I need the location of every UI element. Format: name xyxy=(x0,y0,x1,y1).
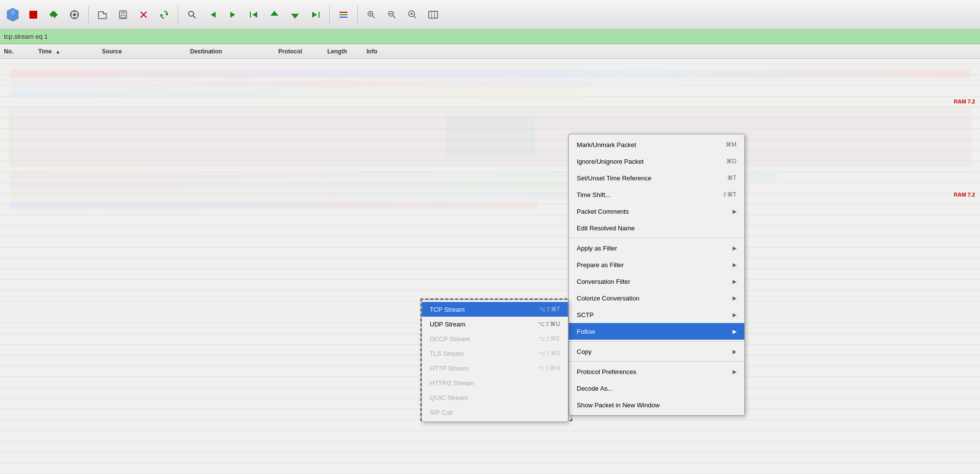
svg-rect-9 xyxy=(121,11,125,14)
follow-sip-label: SIP Call xyxy=(430,409,453,416)
stop-button[interactable] xyxy=(24,6,42,24)
follow-dccp-label: DCCP Stream xyxy=(430,335,470,343)
svg-marker-17 xyxy=(211,12,216,18)
follow-udp-stream[interactable]: UDP Stream ⌥⇧⌘U xyxy=(422,317,568,331)
filter-bar: tcp.stream eq 1 xyxy=(0,29,980,44)
sep4 xyxy=(357,6,358,24)
menu-timeshift-label: Time Shift... xyxy=(577,191,611,199)
menu-edit-resolved[interactable]: Edit Resolved Name xyxy=(569,220,744,236)
back-button[interactable] xyxy=(204,6,221,24)
menu-applyfilter-label: Apply as Filter xyxy=(577,245,617,252)
first-packet-button[interactable] xyxy=(245,6,263,24)
follow-tcp-label: TCP Stream xyxy=(430,306,465,313)
menu-copy[interactable]: Copy ▶ xyxy=(569,343,744,360)
col-header-no[interactable]: No. xyxy=(4,48,38,55)
zoom-out-button[interactable] xyxy=(383,6,401,24)
menu-ignore-unignore[interactable]: Ignore/Unignore Packet ⌘D xyxy=(569,153,744,170)
menu-timeshift-shortcut: ⇧⌘T xyxy=(722,191,736,198)
follow-sip-call[interactable]: SIP Call xyxy=(422,405,568,420)
follow-dccp-stream[interactable]: DCCP Stream ⌥⇧⌘E xyxy=(422,331,568,346)
follow-quic-stream[interactable]: QUIC Stream xyxy=(422,390,568,405)
menu-mark-unmark[interactable]: Mark/Unmark Packet ⌘M xyxy=(569,136,744,153)
follow-http-stream[interactable]: HTTP Stream ⌥⇧⌘H xyxy=(422,361,568,375)
follow-dccp-shortcut: ⌥⇧⌘E xyxy=(539,335,560,342)
sep-3 xyxy=(569,361,744,362)
menu-time-shift[interactable]: Time Shift... ⇧⌘T xyxy=(569,186,744,203)
menu-prepare-filter[interactable]: Prepare as Filter ▶ xyxy=(569,256,744,273)
col-header-protocol[interactable]: Protocol xyxy=(278,48,327,55)
menu-packet-comments[interactable]: Packet Comments ▶ xyxy=(569,203,744,220)
svg-rect-1 xyxy=(29,11,37,19)
svg-marker-22 xyxy=(291,14,299,19)
menu-show-in-new-window[interactable]: Show Packet in New Window xyxy=(569,397,744,413)
follow-http2-stream[interactable]: HTTP/2 Stream xyxy=(422,375,568,390)
next-packet-button[interactable] xyxy=(286,6,304,24)
menu-follow[interactable]: Follow ▶ xyxy=(569,323,744,340)
col-header-info[interactable]: Info xyxy=(367,48,976,55)
follow-http-label: HTTP Stream xyxy=(430,365,468,372)
svg-point-37 xyxy=(411,13,413,15)
menu-preparefilter-label: Prepare as Filter xyxy=(577,261,624,269)
follow-quic-label: QUIC Stream xyxy=(430,394,468,401)
follow-submenu: TCP Stream ⌥⇧⌘T UDP Stream ⌥⇧⌘U DCCP Str… xyxy=(421,299,568,422)
options-button[interactable] xyxy=(66,6,83,24)
svg-marker-21 xyxy=(270,11,278,16)
filter-value[interactable]: tcp.stream eq 1 xyxy=(4,33,48,40)
menu-ignore-label: Ignore/Unignore Packet xyxy=(577,158,644,165)
menu-preparefilter-arrow: ▶ xyxy=(733,262,736,268)
menu-mark-label: Mark/Unmark Packet xyxy=(577,141,636,149)
open-file-button[interactable] xyxy=(94,6,111,24)
prev-packet-button[interactable] xyxy=(266,6,283,24)
col-header-time: Time ▲ xyxy=(38,48,102,55)
menu-colorize-conversation[interactable]: Colorize Conversation ▶ xyxy=(569,290,744,306)
menu-conversation-filter[interactable]: Conversation Filter ▶ xyxy=(569,273,744,290)
svg-marker-14 xyxy=(161,14,163,17)
menu-apply-filter[interactable]: Apply as Filter ▶ xyxy=(569,240,744,256)
follow-udp-shortcut: ⌥⇧⌘U xyxy=(538,321,560,327)
wireshark-logo[interactable] xyxy=(4,6,22,24)
menu-decode-as[interactable]: Decode As... xyxy=(569,380,744,397)
svg-marker-18 xyxy=(230,12,235,18)
colorize-button[interactable] xyxy=(335,6,352,24)
menu-protocol-prefs[interactable]: Protocol Preferences ▶ xyxy=(569,363,744,380)
reload-button[interactable] xyxy=(155,6,173,24)
menu-sctp-arrow: ▶ xyxy=(733,312,736,318)
find-button[interactable] xyxy=(183,6,201,24)
menu-comments-arrow: ▶ xyxy=(733,208,736,215)
col-header-destination[interactable]: Destination xyxy=(190,48,278,55)
follow-tls-stream[interactable]: TLS Stream ⌥⇧⌘S xyxy=(422,346,568,361)
close-file-button[interactable] xyxy=(135,6,152,24)
menu-convfilter-arrow: ▶ xyxy=(733,278,736,285)
follow-tls-shortcut: ⌥⇧⌘S xyxy=(539,350,560,357)
menu-comments-label: Packet Comments xyxy=(577,208,629,215)
svg-marker-24 xyxy=(312,12,317,18)
follow-tcp-stream[interactable]: TCP Stream ⌥⇧⌘T xyxy=(422,302,568,317)
save-button[interactable] xyxy=(114,6,132,24)
menu-follow-label: Follow xyxy=(577,328,595,335)
forward-button[interactable] xyxy=(224,6,242,24)
col-header-length[interactable]: Length xyxy=(327,48,367,55)
menu-copy-arrow: ▶ xyxy=(733,349,736,355)
col-header-source[interactable]: Source xyxy=(102,48,190,55)
svg-line-16 xyxy=(193,16,196,18)
packet-list-header: No. Time ▲ Source Destination Protocol L… xyxy=(0,44,980,59)
svg-rect-10 xyxy=(121,15,125,18)
menu-protocolprefs-arrow: ▶ xyxy=(733,369,736,375)
menu-sctp[interactable]: SCTP ▶ xyxy=(569,306,744,323)
resize-columns-button[interactable] xyxy=(424,6,442,24)
menu-sctp-label: SCTP xyxy=(577,311,594,319)
menu-follow-arrow: ▶ xyxy=(733,328,736,335)
follow-http-shortcut: ⌥⇧⌘H xyxy=(538,365,560,372)
sep-1 xyxy=(569,238,744,238)
last-packet-button[interactable] xyxy=(307,6,324,24)
menu-time-reference[interactable]: Set/Unset Time Reference ⌘T xyxy=(569,170,744,186)
menu-timeref-label: Set/Unset Time Reference xyxy=(577,175,651,182)
menu-copy-label: Copy xyxy=(577,348,591,355)
svg-line-29 xyxy=(372,16,375,18)
zoom-in-button[interactable] xyxy=(363,6,380,24)
restart-button[interactable] xyxy=(45,6,63,24)
sep1 xyxy=(88,6,89,24)
svg-marker-20 xyxy=(252,12,257,18)
zoom-reset-button[interactable] xyxy=(404,6,421,24)
context-menu: Mark/Unmark Packet ⌘M Ignore/Unignore Pa… xyxy=(568,134,745,416)
